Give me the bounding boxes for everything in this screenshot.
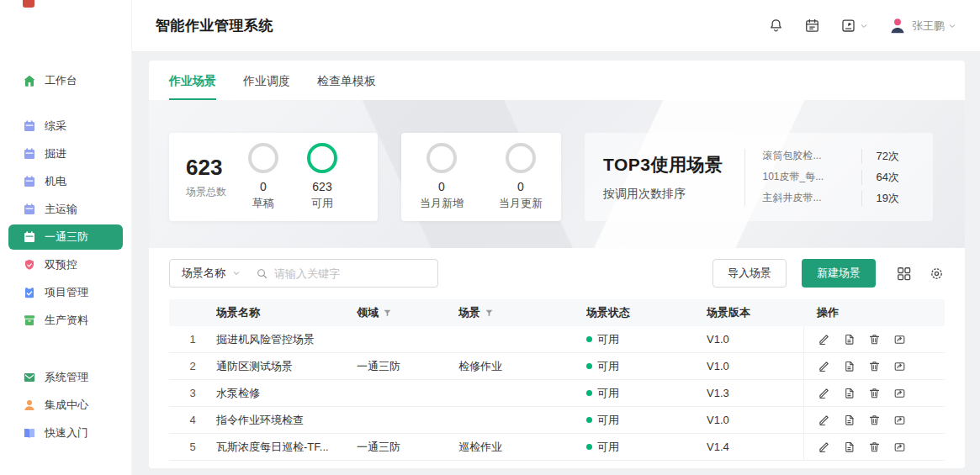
sidebar-item-production-data[interactable]: 生产资料 — [8, 308, 123, 333]
stat-value: 0 — [517, 180, 524, 193]
calendar-icon — [23, 203, 36, 216]
delete-icon[interactable] — [868, 441, 881, 453]
scene-type: 检修作业 — [458, 359, 586, 374]
top3-item-name: 滚筒包胶检... — [762, 149, 861, 163]
import-scene-button[interactable]: 导入场景 — [712, 259, 787, 288]
edit-icon[interactable] — [818, 441, 830, 453]
share-icon[interactable] — [893, 333, 906, 346]
sidebar-item-zongcai[interactable]: 综采 — [8, 113, 123, 139]
search-field-label: 场景名称 — [182, 266, 225, 281]
table-row[interactable]: 1 掘进机风险管控场景 可用 V1.0 — [169, 326, 945, 353]
row-actions — [803, 353, 945, 379]
search-input[interactable] — [274, 267, 437, 280]
sidebar-item-label: 一通三防 — [45, 230, 88, 245]
row-index: 3 — [169, 387, 216, 399]
copy-icon[interactable] — [843, 333, 856, 346]
copy-icon[interactable] — [843, 360, 856, 372]
create-scene-button[interactable]: 新建场景 — [802, 259, 876, 288]
home-icon — [23, 74, 36, 87]
sidebar-item-integration-center[interactable]: 集成中心 — [8, 393, 123, 418]
share-icon[interactable] — [893, 387, 906, 399]
search-field-select[interactable]: 场景名称 — [170, 266, 249, 281]
top3-item-name: 主斜井皮带... — [762, 191, 861, 205]
scene-panel: 作业场景 作业调度 检查单模板 623 场景总数 0 — [149, 61, 965, 468]
table-row[interactable]: 3 水泵检修 可用 V1.3 — [169, 380, 945, 407]
person-icon — [23, 398, 36, 412]
table-row[interactable]: 5 瓦斯浓度每日巡检-TF... 一通三防 巡检作业 可用 V1.4 — [169, 434, 945, 461]
sidebar-item-zhuyunshu[interactable]: 主运输 — [8, 197, 123, 222]
delete-icon[interactable] — [868, 414, 881, 426]
edit-icon[interactable] — [818, 333, 830, 346]
page-title: 智能作业管理系统 — [156, 16, 273, 35]
sidebar-item-juejin[interactable]: 掘进 — [8, 141, 123, 166]
col-header-name: 场景名称 — [216, 305, 357, 320]
app-window: 工作台 综采 掘进 机电 主运输 一通三防 双预控 项目管理 — [0, 0, 980, 475]
sidebar-item-system-mgmt[interactable]: 系统管理 — [8, 365, 123, 390]
scene-version: V1.0 — [707, 333, 803, 346]
sidebar-item-yitongsanfang[interactable]: 一通三防 — [8, 224, 123, 250]
sidebar-item-project-mgmt[interactable]: 项目管理 — [8, 280, 123, 305]
manual-menu[interactable] — [840, 18, 868, 34]
sidebar-item-quick-start[interactable]: 快速入门 — [8, 420, 123, 446]
scene-name: 掘进机风险管控场景 — [216, 332, 357, 347]
chevron-down-icon — [232, 269, 241, 277]
sidebar-item-workbench[interactable]: 工作台 — [8, 68, 123, 93]
col-header-scene: 场景 — [458, 305, 586, 320]
total-scenes-value: 623 — [186, 155, 226, 181]
sidebar-item-label: 机电 — [45, 174, 66, 189]
user-menu[interactable]: 张王鹏 — [888, 17, 956, 35]
column-settings-gear-icon[interactable] — [929, 266, 945, 282]
tab-job-scenes[interactable]: 作业场景 — [169, 74, 216, 100]
table-row[interactable]: 2 通防区测试场景 一通三防 检修作业 可用 V1.0 — [169, 353, 945, 380]
top3-panel: TOP3使用场景 按调用次数排序 滚筒包胶检... 72次 101皮带_每...… — [585, 133, 933, 221]
avatar — [888, 17, 907, 35]
top3-subtitle: 按调用次数排序 — [603, 187, 723, 202]
share-icon[interactable] — [893, 360, 906, 372]
archive-icon — [23, 314, 36, 327]
tab-job-scheduling[interactable]: 作业调度 — [243, 74, 290, 100]
tab-bar: 作业场景 作业调度 检查单模板 — [149, 61, 965, 100]
scene-name: 指令作业环境检查 — [216, 413, 357, 428]
tab-checklist-template[interactable]: 检查单模板 — [317, 74, 376, 100]
delete-icon[interactable] — [868, 333, 881, 346]
sidebar-item-label: 工作台 — [45, 73, 77, 88]
calendar-icon[interactable] — [804, 18, 820, 34]
filter-funnel-icon[interactable] — [383, 309, 392, 318]
delete-icon[interactable] — [868, 387, 881, 399]
notification-bell-icon[interactable] — [768, 18, 784, 34]
table-toolbar: 场景名称 导入场景 新建场景 — [149, 248, 965, 299]
status-dot — [586, 417, 592, 423]
copy-icon[interactable] — [843, 387, 856, 399]
delete-icon[interactable] — [868, 360, 881, 372]
filter-funnel-icon[interactable] — [485, 309, 494, 318]
sidebar-item-label: 生产资料 — [45, 313, 88, 328]
stat-label: 当月新增 — [420, 196, 464, 211]
sidebar-item-label: 快速入门 — [45, 425, 88, 441]
top3-title-block: TOP3使用场景 按调用次数排序 — [603, 153, 723, 202]
ring-chart — [506, 143, 536, 173]
table-row[interactable]: 4 指令作业环境检查 可用 V1.0 — [169, 407, 945, 434]
copy-icon[interactable] — [843, 414, 856, 426]
edit-icon[interactable] — [818, 387, 830, 399]
edit-icon[interactable] — [818, 414, 830, 426]
stat-value: 0 — [260, 180, 267, 193]
ring-chart — [307, 143, 337, 173]
sidebar-item-shuangyukong[interactable]: 双预控 — [8, 252, 123, 277]
share-icon[interactable] — [893, 414, 906, 426]
ring-chart — [248, 143, 278, 173]
sidebar-item-jidian[interactable]: 机电 — [8, 169, 123, 194]
sidebar-item-label: 集成中心 — [45, 398, 88, 413]
card-view-icon[interactable] — [896, 266, 912, 282]
scene-version: V1.4 — [707, 441, 803, 453]
list-item: 101皮带_每... 64次 — [762, 170, 905, 185]
scene-name: 瓦斯浓度每日巡检-TF... — [216, 440, 357, 455]
ring-chart — [426, 143, 457, 173]
sidebar-item-label: 掘进 — [45, 146, 66, 161]
top3-title: TOP3使用场景 — [603, 153, 723, 177]
copy-icon[interactable] — [843, 441, 856, 453]
edit-icon[interactable] — [818, 360, 830, 372]
col-header-status: 场景状态 — [586, 305, 707, 320]
scene-version: V1.3 — [707, 387, 803, 399]
total-block: 623 场景总数 — [186, 155, 226, 199]
share-icon[interactable] — [893, 441, 906, 453]
